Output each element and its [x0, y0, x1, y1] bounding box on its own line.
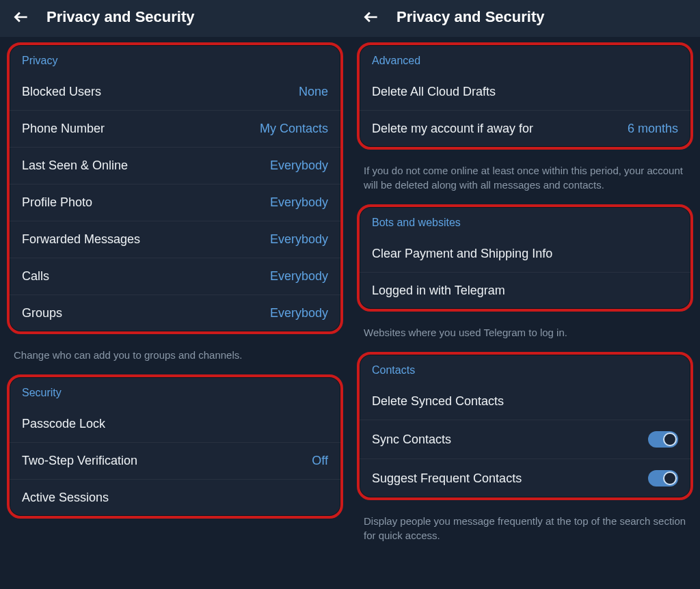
row-label: Logged in with Telegram	[372, 284, 505, 298]
row-label: Sync Contacts	[372, 433, 451, 447]
section-advanced: Advanced Delete All Cloud Drafts Delete …	[357, 42, 693, 150]
row-value: 6 months	[628, 122, 678, 136]
content-left: Privacy Blocked Users None Phone Number …	[0, 37, 350, 589]
row-label: Groups	[22, 306, 62, 320]
row-active-sessions[interactable]: Active Sessions	[10, 479, 340, 516]
toggle-sync-contacts[interactable]	[648, 431, 678, 448]
header: Privacy and Security	[0, 0, 350, 37]
header: Privacy and Security	[350, 0, 700, 37]
section-header-privacy: Privacy	[10, 45, 340, 74]
row-blocked-users[interactable]: Blocked Users None	[10, 74, 340, 110]
row-label: Delete All Cloud Drafts	[372, 85, 496, 99]
row-delete-cloud-drafts[interactable]: Delete All Cloud Drafts	[360, 74, 690, 110]
row-two-step-verification[interactable]: Two-Step Verification Off	[10, 442, 340, 479]
row-value: None	[299, 85, 328, 99]
bots-footer-note: Websites where you used Telegram to log …	[350, 317, 700, 346]
row-value: Off	[312, 454, 328, 468]
advanced-footer-note: If you do not come online at least once …	[350, 155, 700, 199]
row-value: Everybody	[270, 269, 328, 284]
row-label: Last Seen & Online	[22, 159, 128, 173]
page-title: Privacy and Security	[396, 8, 544, 26]
page-title: Privacy and Security	[46, 8, 194, 26]
section-contacts: Contacts Delete Synced Contacts Sync Con…	[357, 352, 693, 500]
section-security: Security Passcode Lock Two-Step Verifica…	[7, 374, 343, 519]
row-forwarded-messages[interactable]: Forwarded Messages Everybody	[10, 221, 340, 258]
row-delete-synced-contacts[interactable]: Delete Synced Contacts	[360, 383, 690, 420]
section-bots-websites: Bots and websites Clear Payment and Ship…	[357, 204, 693, 312]
row-label: Phone Number	[22, 122, 105, 136]
row-label: Suggest Frequent Contacts	[372, 471, 522, 486]
row-value: Everybody	[270, 159, 328, 173]
toggle-suggest-frequent[interactable]	[648, 470, 678, 487]
privacy-footer-note: Change who can add you to groups and cha…	[0, 340, 350, 369]
section-privacy: Privacy Blocked Users None Phone Number …	[7, 42, 343, 334]
row-label: Forwarded Messages	[22, 232, 140, 247]
row-passcode-lock[interactable]: Passcode Lock	[10, 406, 340, 442]
row-label: Clear Payment and Shipping Info	[372, 247, 552, 261]
section-header-security: Security	[10, 377, 340, 406]
right-screen: Privacy and Security Advanced Delete All…	[350, 0, 700, 589]
section-header-contacts: Contacts	[360, 355, 690, 383]
row-value: My Contacts	[260, 122, 328, 136]
row-label: Two-Step Verification	[22, 454, 137, 468]
row-label: Blocked Users	[22, 85, 101, 99]
row-delete-account-if-away[interactable]: Delete my account if away for 6 months	[360, 110, 690, 147]
row-phone-number[interactable]: Phone Number My Contacts	[10, 110, 340, 147]
row-label: Passcode Lock	[22, 417, 105, 431]
row-profile-photo[interactable]: Profile Photo Everybody	[10, 184, 340, 221]
row-clear-payment-info[interactable]: Clear Payment and Shipping Info	[360, 236, 690, 272]
section-header-bots: Bots and websites	[360, 207, 690, 236]
row-calls[interactable]: Calls Everybody	[10, 258, 340, 294]
row-label: Calls	[22, 269, 49, 284]
contacts-footer-note: Display people you message frequently at…	[350, 506, 700, 549]
section-header-advanced: Advanced	[360, 45, 690, 74]
back-arrow-icon[interactable]	[12, 8, 30, 26]
row-value: Everybody	[270, 232, 328, 247]
back-arrow-icon[interactable]	[362, 8, 380, 26]
row-label: Profile Photo	[22, 195, 92, 210]
row-sync-contacts[interactable]: Sync Contacts	[360, 420, 690, 458]
row-suggest-frequent-contacts[interactable]: Suggest Frequent Contacts	[360, 458, 690, 497]
row-value: Everybody	[270, 306, 328, 320]
row-value: Everybody	[270, 195, 328, 210]
row-label: Delete Synced Contacts	[372, 394, 504, 409]
row-label: Active Sessions	[22, 491, 109, 505]
row-last-seen[interactable]: Last Seen & Online Everybody	[10, 147, 340, 184]
row-label: Delete my account if away for	[372, 122, 533, 136]
content-right: Advanced Delete All Cloud Drafts Delete …	[350, 37, 700, 589]
left-screen: Privacy and Security Privacy Blocked Use…	[0, 0, 350, 589]
row-logged-in-telegram[interactable]: Logged in with Telegram	[360, 272, 690, 309]
row-groups[interactable]: Groups Everybody	[10, 294, 340, 331]
